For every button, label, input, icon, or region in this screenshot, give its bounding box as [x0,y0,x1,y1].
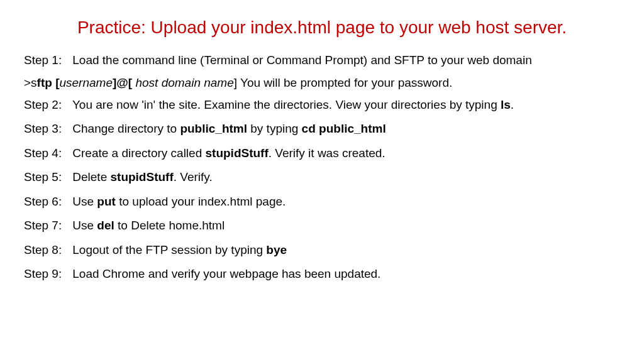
step-1: Step 1: Load the command line (Terminal … [24,52,620,69]
title-prefix: Practice: Upload your [77,18,250,37]
step-dir: public_html [180,122,247,135]
cmd-at: ]@[ [113,76,132,89]
step-cmd: put [97,195,116,208]
step-cmd: del [97,219,114,232]
step-label: Step 4: [24,145,69,162]
cmd-user: username [59,76,113,89]
step-label: Step 8: [24,241,69,259]
cmd-ftp: ftp [ [37,76,60,89]
title-suffix: page to your web host server. [331,18,567,37]
title-highlight: index.html [250,18,331,37]
step-post: to Delete home.html [114,219,225,232]
step-post: to upload your index.html page. [116,195,286,208]
step-3: Step 3: Change directory to public_html … [24,120,620,138]
step-cmd: bye [266,243,287,256]
step-4: Step 4: Create a directory called stupid… [24,145,620,162]
step-text: Load Chrome and verify your webpage has … [72,267,380,280]
cmd-close: ] You will be prompted for your password… [234,76,452,89]
step-post: . [511,98,514,111]
command-line: >sftp [username]@[ host domain name] You… [24,76,620,90]
step-post: . Verify it was created. [269,146,386,160]
cmd-prompt: >s [24,76,37,89]
step-label: Step 7: [24,217,69,234]
step-text: Logout of the FTP session by typing [72,243,266,256]
step-7: Step 7: Use del to Delete home.html [24,217,620,234]
step-label: Step 5: [24,168,69,186]
step-5: Step 5: Delete stupidStuff. Verify. [24,168,620,186]
step-text: You are now 'in' the site. Examine the d… [72,98,501,111]
step-text: Delete [72,170,110,184]
step-text: Create a directory called [72,146,205,160]
step-text: Load the command line (Terminal or Comma… [72,53,531,67]
step-dir: stupidStuff [206,146,269,160]
step-post: . Verify. [174,170,213,184]
step-mid: by typing [247,122,302,135]
step-label: Step 3: [24,120,69,138]
page-title: Practice: Upload your index.html page to… [24,18,620,38]
step-text: Change directory to [72,122,180,135]
step-label: Step 2: [24,96,69,114]
step-label: Step 6: [24,193,69,211]
step-text: Use [72,195,97,208]
step-cmd: ls [501,98,511,111]
step-dir: stupidStuff [110,170,173,184]
step-cmd: cd public_html [302,122,386,135]
step-2: Step 2: You are now 'in' the site. Exami… [24,96,620,114]
step-6: Step 6: Use put to upload your index.htm… [24,193,620,211]
step-label: Step 9: [24,265,69,283]
step-9: Step 9: Load Chrome and verify your webp… [24,265,620,283]
step-text: Use [72,219,97,232]
cmd-host: host domain name [132,76,234,89]
step-8: Step 8: Logout of the FTP session by typ… [24,241,620,259]
step-label: Step 1: [24,52,69,69]
